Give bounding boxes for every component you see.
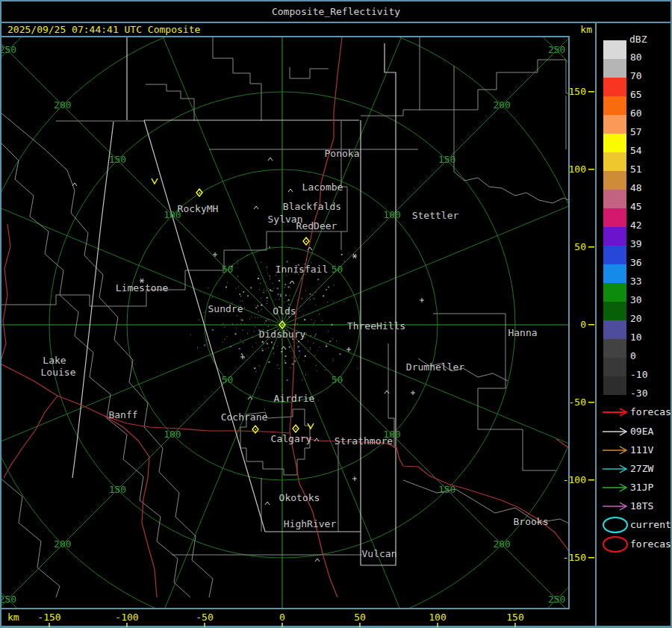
dbz-swatch-20[interactable]: [603, 302, 626, 320]
dbz-swatch-label: 48: [630, 183, 668, 193]
legend-arrow-18ts[interactable]: [601, 500, 629, 512]
dbz-swatch-42[interactable]: [603, 208, 626, 227]
city-label-ponoka: Ponoka: [325, 148, 360, 159]
city-label-olds: Olds: [273, 305, 296, 317]
dbz-swatch-label: -10: [630, 370, 668, 380]
right-axis-tick-label: 0: [580, 319, 586, 330]
right-axis-tick-label: -50: [569, 397, 586, 408]
city-label-limestone: Limestone: [116, 282, 169, 293]
legend-arrow-09ea[interactable]: [601, 426, 629, 438]
city-label-stettler: Stettler: [412, 210, 459, 221]
dbz-swatch-0[interactable]: [603, 339, 626, 358]
range-ring-label: 250: [548, 594, 565, 605]
dbz-swatch-33[interactable]: [603, 264, 626, 283]
city-label-drumheller: Drumheller: [406, 361, 464, 373]
bottom-axis-tick-label: 0: [279, 612, 285, 623]
city-label-innisfail: Innisfail: [276, 264, 328, 275]
city-label-hanna: Hanna: [508, 327, 537, 338]
dbz-swatch-51[interactable]: [603, 152, 626, 171]
legend-arrow-31jp[interactable]: [601, 482, 629, 494]
dbz-swatch-54[interactable]: [603, 134, 626, 152]
legend-ellipse-current[interactable]: [601, 515, 631, 535]
range-ring-label: 100: [383, 429, 400, 440]
city-label-calgary: Calgary: [271, 433, 312, 444]
motion-vector-icon: [152, 178, 158, 184]
dbz-swatch-label: 33: [630, 276, 668, 287]
legend-label-forecast: forecast: [630, 407, 672, 417]
radar-plot-area[interactable]: PonokaLacombeBlackfaldsSylvanRedDeerInni…: [0, 0, 595, 628]
right-axis-tick-label: 50: [574, 241, 586, 252]
dbz-swatch-57[interactable]: [603, 115, 626, 134]
dbz-swatch-39[interactable]: [603, 227, 626, 246]
bottom-axis-tick-label: -100: [115, 612, 138, 623]
legend-ellipse-forecast[interactable]: [601, 535, 631, 554]
dbz-swatch-10[interactable]: [603, 320, 626, 339]
asterisk-marker: [352, 254, 357, 258]
dbz-swatch-45[interactable]: [603, 190, 626, 208]
caret-marker: [248, 397, 252, 400]
dbz-swatch--30[interactable]: [603, 376, 626, 395]
city-label-rockymh: RockyMH: [178, 203, 219, 214]
city-label-airdrie: Airdrie: [274, 393, 315, 404]
legend-arrow-111v[interactable]: [601, 444, 629, 456]
dbz-swatch--10[interactable]: [603, 358, 626, 376]
dbz-swatch-label: 39: [630, 239, 668, 249]
legend-label-31jp: 31JP: [630, 482, 653, 493]
range-ring-label: 150: [438, 484, 455, 495]
dbz-swatch-65[interactable]: [603, 78, 626, 96]
bottom-axis-tick-label: 50: [354, 612, 366, 623]
legend-arrow-27zw[interactable]: [601, 463, 629, 475]
bottom-axis-tick-label: -150: [37, 612, 60, 623]
city-label-blackfalds: Blackfalds: [283, 201, 341, 212]
dbz-swatch-60[interactable]: [603, 96, 626, 115]
dbz-swatch-label: 57: [630, 127, 668, 137]
range-ring-label: 200: [493, 99, 510, 111]
legend-label-18ts: 18TS: [630, 501, 653, 512]
range-ring-label: 50: [332, 374, 343, 385]
bottom-axis-tick-label: 150: [506, 612, 523, 623]
dbz-swatch-36[interactable]: [603, 246, 626, 264]
dbz-swatch-label: 42: [630, 220, 668, 231]
city-label-okotoks: Okotoks: [279, 492, 320, 503]
range-ring-label: 250: [0, 44, 16, 55]
radar-map-display[interactable]: PonokaLacombeBlackfaldsSylvanRedDeerInni…: [0, 0, 595, 628]
city-label-lacombe: Lacombe: [302, 181, 343, 193]
caret-marker: [265, 502, 270, 505]
city-label-cochrane: Cochrane: [221, 411, 268, 423]
right-axis-tick-label: 150: [569, 86, 586, 97]
legend-label-111v: 111V: [630, 445, 653, 456]
bottom-axis-unit-label: km: [7, 612, 19, 623]
dbz-swatch-48[interactable]: [603, 171, 626, 190]
range-ring-label: 50: [222, 264, 234, 275]
range-ring-label: 50: [332, 264, 343, 275]
dbz-swatch-label: 70: [630, 71, 668, 81]
dbz-swatch-label: 45: [630, 202, 668, 212]
range-ring-label: 150: [109, 484, 126, 495]
range-ring-label: 100: [164, 429, 181, 440]
city-label-sundre: Sundre: [208, 303, 243, 314]
dbz-swatch-label: 80: [630, 52, 668, 63]
range-ring-label: 100: [164, 209, 181, 220]
city-label-didsbury: Didsbury: [259, 329, 306, 340]
dbz-swatch-80[interactable]: [603, 40, 626, 59]
caret-marker: [72, 183, 77, 186]
motion-vector-icon: [308, 423, 314, 429]
dbz-swatch-30[interactable]: [603, 283, 626, 302]
color-scale-title: dBZ: [629, 34, 647, 45]
dbz-swatch-label: 0: [630, 351, 668, 361]
radar-application-window: Composite_Reflectivity 2025/09/25 07:44:…: [0, 0, 672, 628]
bottom-axis-tick-label: -50: [196, 612, 213, 623]
dbz-swatch-label: 51: [630, 164, 668, 175]
range-ring-label: 50: [222, 374, 234, 385]
city-label-banff: Banff: [108, 409, 137, 420]
legend-label-forecast-ellipse: forecast: [630, 539, 672, 550]
dbz-swatch-label: -30: [630, 388, 668, 399]
plus-marker: [352, 476, 357, 481]
dbz-swatch-70[interactable]: [603, 59, 626, 78]
right-axis-tick-label: -150: [563, 552, 586, 563]
range-ring-label: 200: [54, 99, 71, 111]
bottom-axis-tick-label: 100: [429, 612, 446, 623]
dbz-swatch-label: 30: [630, 295, 668, 305]
legend-arrow-forecast[interactable]: [601, 406, 629, 418]
range-ring-label: 250: [548, 44, 565, 55]
